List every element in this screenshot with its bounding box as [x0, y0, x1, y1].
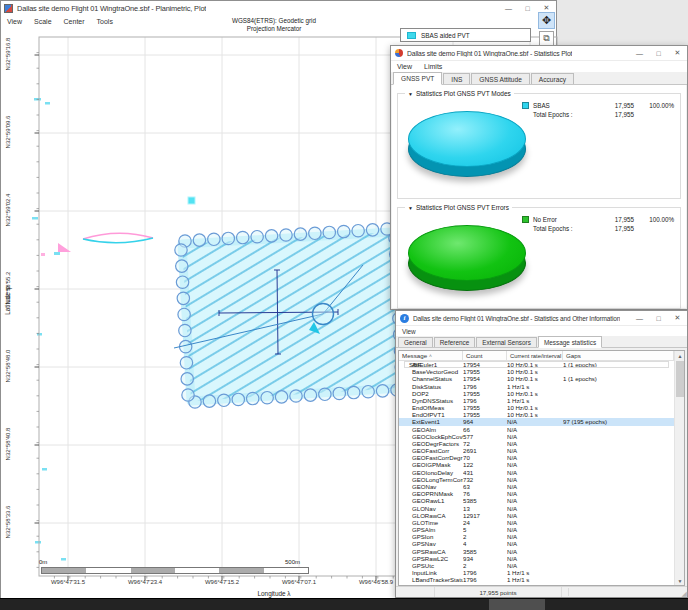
- table-row[interactable]: GEOLongTermCorr 732 N/A: [399, 476, 674, 483]
- table-row[interactable]: GEOFastCorrDegr 70 N/A: [399, 454, 674, 461]
- pan-tool-button[interactable]: ✥: [538, 12, 555, 29]
- lat-tick-label: N32°58'33.6: [5, 502, 11, 542]
- table-row[interactable]: EndOfMeas 17955 10 Hz/0.1 s: [399, 404, 674, 411]
- table-row[interactable]: GPSRawCA 3585 N/A: [399, 547, 674, 554]
- message-statistics-table: Message ˄ Count Current rate/interval Ga…: [398, 350, 685, 586]
- pie-legend-errors: No Error 17,955 100.00% Total Epochs : 1…: [522, 215, 674, 233]
- legend-swatch-no-error: [522, 216, 529, 223]
- tab[interactable]: GNSS PVT: [393, 72, 442, 85]
- table-row[interactable]: LBandTrackerStatus1 1796 1 Hz/1 s: [399, 576, 674, 583]
- app-icon: [4, 4, 13, 13]
- close-button[interactable]: ✕: [668, 311, 687, 325]
- table-row[interactable]: GPSAlm 5 N/A: [399, 526, 674, 533]
- scalebar-min-label: 0m: [39, 559, 47, 565]
- scrollbar-thumb[interactable]: [676, 361, 684, 397]
- lat-tick-label: N32°58'40.8: [5, 424, 11, 464]
- table-row[interactable]: GEOIonoDelay 431 N/A: [399, 469, 674, 476]
- tab[interactable]: INS: [443, 73, 470, 84]
- measurement-overlay: [174, 265, 363, 348]
- maximize-button[interactable]: □: [649, 311, 668, 325]
- lon-tick-label: W96°47'23.4: [115, 579, 175, 585]
- scroll-down-icon[interactable]: ▼: [675, 576, 685, 585]
- table-row[interactable]: InputLink 1796 1 Hz/1 s: [399, 569, 674, 576]
- table-row[interactable]: GEONav 63 N/A: [399, 483, 674, 490]
- collapse-arrow-icon[interactable]: ▼: [408, 205, 413, 211]
- table-row[interactable]: GEORawL1 5385 N/A: [399, 497, 674, 504]
- close-button[interactable]: ✕: [668, 46, 687, 60]
- table-row[interactable]: GEOIGPMask 122 N/A: [399, 461, 674, 468]
- table-row[interactable]: GLORawCA 12917 N/A: [399, 512, 674, 519]
- column-header-gaps[interactable]: Gaps: [563, 351, 674, 360]
- table-row[interactable]: GLONav 13 N/A: [399, 504, 674, 511]
- tab[interactable]: External Sensors: [476, 337, 537, 347]
- table-row[interactable]: GPSRawL2C 934 N/A: [399, 555, 674, 562]
- menu-item[interactable]: View: [391, 63, 418, 70]
- y-axis-title: Latitude φ: [4, 279, 11, 323]
- taskbar-app-button[interactable]: [489, 599, 545, 610]
- tab[interactable]: General: [398, 337, 433, 347]
- titlebar-main[interactable]: Dallas site demo Flight 01 WingtraOne.sb…: [1, 1, 556, 15]
- total-epochs-label: Total Epochs :: [522, 111, 604, 118]
- tab[interactable]: Accuracy: [531, 73, 574, 84]
- table-row[interactable]: DOP2 17955 10 Hz/0.1 s: [399, 390, 674, 397]
- menu-item[interactable]: View: [1, 18, 28, 25]
- titlebar-statistics-information[interactable]: i Dallas site demo Flight 01 WingtraOne.…: [396, 311, 687, 326]
- scalebar: [41, 567, 309, 574]
- column-header-message[interactable]: Message ˄: [399, 351, 463, 360]
- windows-taskbar[interactable]: [0, 598, 688, 610]
- table-row[interactable]: GEOClockEphCovMatrix 577 N/A: [399, 433, 674, 440]
- legend-percent: 100.00%: [634, 216, 674, 223]
- scroll-up-icon[interactable]: ▲: [675, 351, 685, 360]
- table-row[interactable]: GPSUtc 2 N/A: [399, 562, 674, 569]
- table-row[interactable]: GEODegrFactors 72 N/A: [399, 440, 674, 447]
- table-row[interactable]: ExtEvent1 964 N/A 97 (195 epochs): [399, 418, 674, 425]
- points-count: 17,955 points: [434, 587, 562, 597]
- pie-top: [408, 111, 526, 167]
- group-title: Statistics Plot GNSS PVT Modes: [416, 90, 511, 97]
- group-gnss-pvt-errors: ▼ Statistics Plot GNSS PVT Errors No Err…: [397, 207, 681, 309]
- lat-tick-label: N32°58'48.0: [5, 346, 11, 386]
- resize-grip[interactable]: ◢: [682, 590, 687, 597]
- table-row[interactable]: GEOPRNMask 76 N/A: [399, 490, 674, 497]
- pie-chart-pvt-errors: [408, 225, 526, 293]
- table-row[interactable]: DynDNSStatus 1796 1 Hz/1 s: [399, 397, 674, 404]
- minimize-button[interactable]: —: [630, 46, 649, 60]
- tab[interactable]: Message statistics: [538, 336, 602, 348]
- map-legend: SBAS aided PVT: [400, 28, 531, 42]
- total-epochs-value: 17,955: [604, 111, 634, 118]
- minimize-button[interactable]: —: [630, 311, 649, 325]
- legend-count: 17,955: [604, 216, 634, 223]
- menu-item[interactable]: View: [396, 328, 422, 335]
- tab[interactable]: GNSS Attitude: [471, 73, 530, 84]
- table-row[interactable]: GPSNav 4 N/A: [399, 540, 674, 547]
- minimize-button[interactable]: —: [499, 1, 518, 15]
- maximize-button[interactable]: □: [518, 1, 537, 15]
- tab[interactable]: Reference: [434, 337, 476, 347]
- legend-label: No Error: [533, 216, 604, 223]
- window-statistics-information: i Dallas site demo Flight 01 WingtraOne.…: [395, 310, 688, 598]
- table-row[interactable]: GEOFastCorr 2691 N/A: [399, 447, 674, 454]
- pie-app-icon: [395, 49, 403, 57]
- maximize-button[interactable]: □: [649, 46, 668, 60]
- column-header-rate[interactable]: Current rate/interval: [507, 351, 563, 360]
- total-epochs-label: Total Epochs :: [522, 225, 604, 232]
- lon-tick-label: W96°47'31.5: [38, 579, 98, 585]
- titlebar-statistics-plot[interactable]: Dallas site demo Flight 01 WingtraOne.sb…: [391, 46, 687, 61]
- table-row[interactable]: GEOAlm 66 N/A: [399, 426, 674, 433]
- collapse-arrow-icon[interactable]: ▼: [408, 91, 413, 97]
- table-row[interactable]: ChannelStatus 17954 10 Hz/0.1 s 1 (1 epo…: [399, 375, 674, 382]
- table-row[interactable]: DiskStatus 1796 1 Hz/1 s: [399, 383, 674, 390]
- survey-area: [182, 232, 401, 401]
- lon-tick-label: W96°47'15.2: [192, 579, 252, 585]
- window-title: Dallas site demo Flight 01 WingtraOne.sb…: [413, 315, 620, 322]
- table-row[interactable]: BaseVectorGeod 17955 10 Hz/0.1 s: [399, 368, 674, 375]
- window-overlap-button[interactable]: ⧉: [539, 31, 554, 46]
- lon-tick-label: W96°47'07.1: [269, 579, 329, 585]
- table-row[interactable]: GPSIon 2 N/A: [399, 533, 674, 540]
- table-row[interactable]: EndOfPVT1 17955 10 Hz/0.1 s: [399, 411, 674, 418]
- menu-item[interactable]: Limits: [418, 63, 448, 70]
- legend-label: SBAS: [533, 102, 604, 109]
- table-row[interactable]: GLOTime 24 N/A: [399, 519, 674, 526]
- column-header-count[interactable]: Count: [463, 351, 507, 360]
- vertical-scrollbar[interactable]: ▲ ▼: [674, 351, 684, 585]
